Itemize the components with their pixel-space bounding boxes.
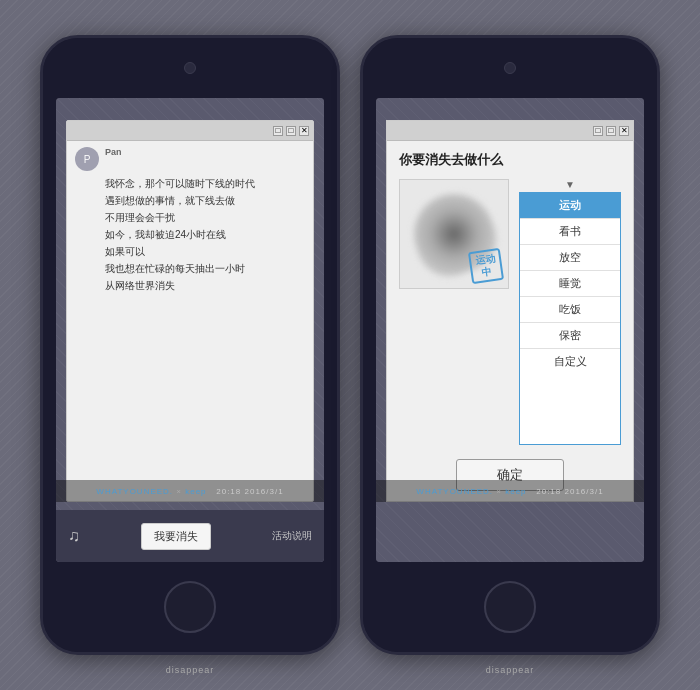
minimize-btn[interactable]: □ <box>273 126 283 136</box>
phone-2: □ □ ✕ 你要消失去做什么 运动 中 <box>360 35 660 655</box>
chat-msg-1: 我怀念，那个可以随时下线的时代 <box>105 177 305 191</box>
dropdown-item-1[interactable]: 看书 <box>520 219 620 245</box>
music-icon[interactable]: ♫ <box>68 527 80 545</box>
footer-brand-1: WHATYOUNEED. × keep 20:18 2016/3/1 <box>96 487 283 496</box>
disappear-button[interactable]: 我要消失 <box>141 523 211 550</box>
dropdown-area: ▼ 运动 看书 放空 睡觉 吃饭 保密 自定义 <box>519 179 621 445</box>
activity-button[interactable]: 活动说明 <box>272 529 312 543</box>
dropdown-item-4[interactable]: 吃饭 <box>520 297 620 323</box>
chat-msg-3: 不用理会会干扰 <box>105 211 305 225</box>
home-button-2[interactable] <box>484 581 536 633</box>
chat-sender-name: Pan <box>105 147 122 157</box>
close-btn[interactable]: ✕ <box>299 126 309 136</box>
bottom-bar: ♫ 我要消失 活动说明 <box>56 510 324 562</box>
dialog-titlebar: □ □ ✕ <box>387 121 633 141</box>
phone-1-label: disappear <box>166 665 215 675</box>
chat-msg-7: 从网络世界消失 <box>105 279 305 293</box>
chat-msg-6: 我也想在忙碌的每天抽出一小时 <box>105 262 305 276</box>
phone-1-bottom <box>43 562 337 652</box>
dialog-image: 运动 中 <box>399 179 509 289</box>
dropdown-list: 运动 看书 放空 睡觉 吃饭 保密 自定义 <box>519 192 621 445</box>
chat-avatar: P <box>75 147 99 171</box>
dialog-maximize-btn[interactable]: □ <box>606 126 616 136</box>
phone-2-top <box>363 38 657 98</box>
home-button-1[interactable] <box>164 581 216 633</box>
dialog-minimize-btn[interactable]: □ <box>593 126 603 136</box>
phone-2-label: disappear <box>486 665 535 675</box>
dropdown-item-0[interactable]: 运动 <box>520 193 620 219</box>
phone-1-top <box>43 38 337 98</box>
dropdown-item-2[interactable]: 放空 <box>520 245 620 271</box>
dialog-content: 运动 中 ▼ 运动 看书 放空 <box>387 175 633 453</box>
chat-titlebar: □ □ ✕ <box>67 121 313 141</box>
exercise-stamp: 运动 中 <box>468 248 504 284</box>
phone-1-speaker <box>184 62 196 74</box>
screen-footer-2: WHATYOUNEED. × keep 20:18 2016/3/1 <box>376 480 644 502</box>
dropdown-item-5[interactable]: 保密 <box>520 323 620 349</box>
maximize-btn[interactable]: □ <box>286 126 296 136</box>
chat-msg-5: 如果可以 <box>105 245 305 259</box>
phone-1: □ □ ✕ P Pan 我怀念，那个可以随时下线的时代 遇到想做的事情，就 <box>40 35 340 655</box>
dropdown-item-3[interactable]: 睡觉 <box>520 271 620 297</box>
dialog-close-btn[interactable]: ✕ <box>619 126 629 136</box>
screen-footer-1: WHATYOUNEED. × keep 20:18 2016/3/1 <box>56 480 324 502</box>
phone-2-screen: □ □ ✕ 你要消失去做什么 运动 中 <box>376 98 644 562</box>
chat-sender-row: P Pan <box>75 147 305 171</box>
phone-2-bottom <box>363 562 657 652</box>
phone-2-speaker <box>504 62 516 74</box>
chat-content: P Pan 我怀念，那个可以随时下线的时代 遇到想做的事情，就下线去做 不用理会… <box>67 141 313 501</box>
dialog-window: □ □ ✕ 你要消失去做什么 运动 中 <box>386 120 634 502</box>
chat-window: □ □ ✕ P Pan 我怀念，那个可以随时下线的时代 遇到想做的事情，就 <box>66 120 314 502</box>
phone-1-screen: □ □ ✕ P Pan 我怀念，那个可以随时下线的时代 遇到想做的事情，就 <box>56 98 324 562</box>
dialog-title: 你要消失去做什么 <box>387 141 633 175</box>
dropdown-item-6[interactable]: 自定义 <box>520 349 620 374</box>
chat-messages: 我怀念，那个可以随时下线的时代 遇到想做的事情，就下线去做 不用理会会干扰 如今… <box>75 177 305 495</box>
footer-brand-2: WHATYOUNEED. × keep 20:18 2016/3/1 <box>416 487 603 496</box>
chat-msg-4: 如今，我却被迫24小时在线 <box>105 228 305 242</box>
dropdown-arrow[interactable]: ▼ <box>519 179 621 190</box>
chat-msg-2: 遇到想做的事情，就下线去做 <box>105 194 305 208</box>
